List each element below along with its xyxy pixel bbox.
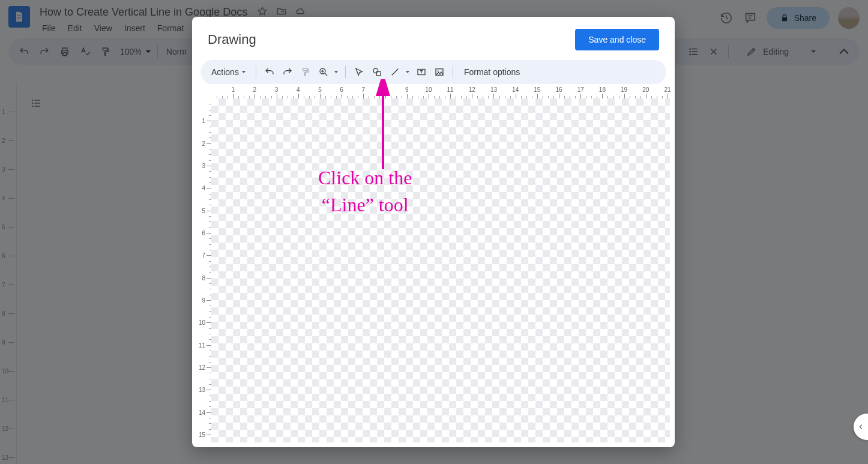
canvas-container: 123456789101112131415161718192021 123456… — [192, 86, 675, 447]
caret-down-icon[interactable] — [403, 70, 412, 74]
separator — [453, 66, 453, 78]
format-options-button[interactable]: Format options — [458, 67, 526, 77]
canvas-vertical-ruler: 123456789101112131415 — [197, 98, 211, 442]
canvas-horizontal-ruler: 123456789101112131415161718192021 — [211, 86, 670, 98]
textbox-tool-icon[interactable] — [413, 64, 430, 80]
line-tool-icon[interactable] — [387, 64, 403, 80]
svg-point-4 — [373, 68, 378, 73]
chevron-left-icon — [857, 423, 865, 431]
drawing-title: Drawing — [208, 32, 256, 47]
drawing-modal: Drawing Save and close Actions Format op… — [192, 17, 675, 447]
separator — [256, 66, 256, 78]
line-tool[interactable] — [387, 64, 412, 80]
separator — [345, 66, 346, 78]
actions-menu[interactable]: Actions — [206, 65, 251, 79]
zoom-tool[interactable] — [315, 64, 340, 80]
save-and-close-button[interactable]: Save and close — [575, 29, 659, 50]
paint-format-icon — [297, 64, 314, 80]
redo-icon[interactable] — [279, 64, 296, 80]
image-tool-icon[interactable] — [431, 64, 448, 80]
shape-tool-icon[interactable] — [369, 64, 385, 80]
undo-icon[interactable] — [261, 64, 278, 80]
select-tool-icon[interactable] — [351, 64, 367, 80]
caret-down-icon — [241, 70, 246, 74]
drawing-canvas[interactable] — [211, 98, 670, 442]
svg-point-8 — [438, 70, 439, 71]
zoom-icon — [318, 67, 329, 77]
drawing-header: Drawing Save and close — [192, 17, 675, 60]
caret-down-icon[interactable] — [332, 70, 340, 74]
drawing-toolbar: Actions Format options — [200, 60, 666, 84]
